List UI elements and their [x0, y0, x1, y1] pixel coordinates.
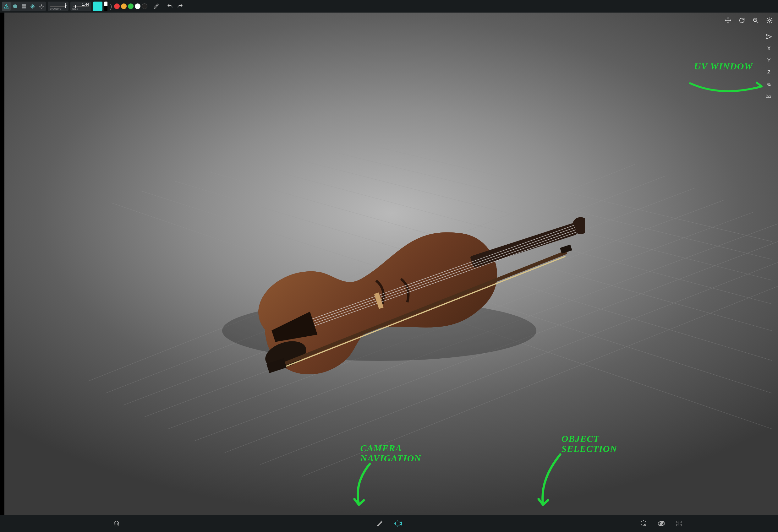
- zoom-icon: [752, 17, 759, 24]
- svg-marker-0: [13, 4, 17, 8]
- camera-navigation-tool[interactable]: [393, 518, 403, 529]
- axis-z[interactable]: Z: [764, 67, 774, 78]
- annotation-object-sel: OBJECT SELECTION: [561, 434, 617, 453]
- palette-white[interactable]: [135, 3, 141, 9]
- primary-color-swatch[interactable]: [93, 2, 102, 11]
- wireframe-toggle[interactable]: [674, 518, 684, 529]
- redo-icon: [177, 3, 183, 9]
- svg-rect-2: [22, 6, 26, 7]
- paint-tool[interactable]: [375, 518, 385, 529]
- send-icon: [765, 33, 772, 40]
- camera-nav-icon: [394, 520, 402, 527]
- object-selection-tool[interactable]: [638, 518, 649, 529]
- shape-tool-group: [2, 2, 46, 11]
- pencil-icon: [376, 520, 383, 527]
- axis-three-quarter[interactable]: ¾: [764, 79, 774, 90]
- move-icon: [724, 17, 731, 24]
- undo-button[interactable]: [165, 2, 175, 11]
- trash-icon: [113, 520, 120, 527]
- visibility-toggle[interactable]: [656, 518, 667, 529]
- viewport-settings[interactable]: [765, 16, 774, 25]
- svg-point-21: [769, 19, 770, 21]
- slab-tool-icon: [21, 3, 27, 9]
- svg-point-4: [222, 300, 536, 361]
- reset-view-icon: [738, 17, 745, 24]
- eyedropper-icon: [153, 3, 159, 9]
- size-label: SIZE: [72, 8, 79, 10]
- svg-line-8: [305, 228, 577, 323]
- palette-orange[interactable]: [121, 3, 127, 9]
- svg-line-7: [304, 225, 576, 321]
- svg-rect-27: [676, 521, 682, 526]
- palette-black[interactable]: [142, 3, 147, 9]
- svg-rect-23: [396, 522, 400, 525]
- svg-point-3: [41, 6, 43, 7]
- palette-bracket: ): [109, 2, 112, 11]
- star-tool-icon: [30, 3, 35, 9]
- prism-tool[interactable]: [2, 2, 11, 11]
- top-settings[interactable]: [37, 2, 46, 11]
- delete-button[interactable]: [111, 518, 122, 529]
- polygon-tool-icon: [12, 3, 18, 9]
- pan-tool[interactable]: [723, 16, 733, 25]
- polygon-tool[interactable]: [11, 2, 19, 11]
- svg-point-6: [570, 215, 585, 236]
- opacity-label: OPACITY: [50, 8, 62, 10]
- prism-tool-icon: [3, 3, 9, 9]
- svg-text:UV: UV: [767, 94, 771, 97]
- svg-rect-12: [374, 292, 383, 309]
- violin-model: [198, 163, 585, 389]
- zoom-tool[interactable]: [751, 16, 760, 25]
- annotation-uv-window: UV WINDOW: [694, 61, 753, 71]
- eyedropper-tool[interactable]: [151, 2, 161, 11]
- annotation-arrow-object: [530, 451, 568, 511]
- annotation-arrow-camera: [345, 461, 379, 511]
- svg-line-10: [306, 232, 579, 328]
- gear-icon: [766, 17, 773, 24]
- grid-icon: [676, 520, 683, 527]
- redo-button[interactable]: [175, 2, 185, 11]
- uv-icon: UV: [765, 93, 773, 100]
- viewport-3d[interactable]: X Y Z ¾ UV UV WINDOW CAMERA NAVIGATION O…: [4, 13, 778, 515]
- star-tool[interactable]: [28, 2, 37, 11]
- eye-off-icon: [657, 520, 666, 527]
- share-button[interactable]: [764, 31, 774, 42]
- annotation-camera-nav: CAMERA NAVIGATION: [361, 443, 421, 463]
- secondary-color-swatch[interactable]: [104, 2, 107, 11]
- axis-y[interactable]: Y: [764, 55, 774, 66]
- svg-line-14: [275, 256, 565, 371]
- palette-red[interactable]: [114, 3, 120, 9]
- svg-line-18: [757, 21, 759, 23]
- slab-tool[interactable]: [19, 2, 28, 11]
- object-select-icon: [640, 520, 647, 527]
- reset-view[interactable]: [737, 16, 747, 25]
- opacity-slider[interactable]: 1 OPACITY: [48, 2, 69, 11]
- size-slider[interactable]: 1.44 SIZE: [70, 2, 91, 11]
- ground-grid: [4, 13, 778, 489]
- top-toolbar: 1 OPACITY 1.44 SIZE ): [0, 0, 778, 13]
- settings-icon: [38, 3, 44, 9]
- svg-point-11: [262, 336, 310, 372]
- annotation-arrow-uv: [687, 74, 769, 99]
- viewport-tool-row: [723, 16, 774, 25]
- palette-green[interactable]: [128, 3, 134, 9]
- axis-stack: X Y Z ¾ UV: [764, 31, 774, 102]
- bottom-toolbar: [0, 515, 778, 532]
- svg-rect-5: [470, 223, 577, 268]
- svg-rect-15: [266, 358, 286, 373]
- undo-icon: [167, 3, 173, 9]
- axis-x[interactable]: X: [764, 43, 774, 54]
- uv-window-button[interactable]: UV: [764, 91, 774, 102]
- svg-line-9: [305, 230, 578, 325]
- svg-rect-16: [560, 244, 572, 253]
- svg-line-13: [277, 252, 566, 367]
